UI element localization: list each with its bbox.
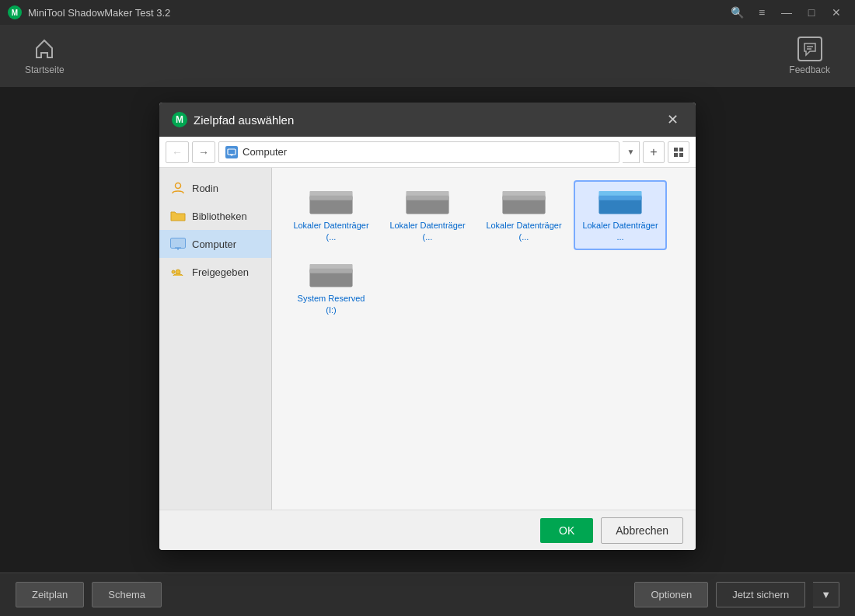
file-item-drive4[interactable]: Lokaler Datenträger ... bbox=[574, 180, 667, 250]
jetzt-sichern-dropdown[interactable]: ▼ bbox=[813, 582, 839, 607]
file-item-drive2[interactable]: Lokaler Datenträger (... bbox=[381, 180, 474, 250]
svg-rect-30 bbox=[309, 264, 352, 269]
svg-rect-27 bbox=[598, 191, 641, 196]
minimize-button[interactable]: — bbox=[776, 5, 797, 20]
dialog-toolbar: ← → Computer ▼ + bbox=[159, 137, 696, 168]
dialog-sidebar: Rodin Bibliotheken bbox=[159, 168, 272, 510]
dialog-icon: M bbox=[172, 112, 187, 127]
dialog-title-left: M Zielpfad auswählen bbox=[172, 112, 294, 127]
svg-rect-6 bbox=[679, 148, 683, 151]
menu-button[interactable]: ≡ bbox=[751, 5, 773, 20]
home-icon bbox=[32, 37, 57, 61]
dialog-overlay: M Zielpfad auswählen ✕ ← → bbox=[0, 87, 855, 572]
address-dropdown-button[interactable]: ▼ bbox=[623, 141, 640, 163]
svg-rect-21 bbox=[406, 191, 448, 196]
dialog: M Zielpfad auswählen ✕ ← → bbox=[159, 103, 696, 550]
svg-rect-24 bbox=[502, 191, 545, 196]
close-button[interactable]: ✕ bbox=[825, 5, 847, 20]
dialog-close-button[interactable]: ✕ bbox=[661, 109, 683, 131]
sidebar-item-rodin[interactable]: Rodin bbox=[159, 174, 271, 202]
content-area: M Zielpfad auswählen ✕ ← → bbox=[0, 87, 855, 572]
sidebar-item-computer[interactable]: Computer bbox=[159, 230, 271, 258]
share-icon bbox=[170, 266, 186, 278]
zeitplan-button[interactable]: Zeitplan bbox=[16, 582, 84, 607]
sidebar-bibliotheken-label: Bibliotheken bbox=[192, 211, 247, 222]
app-title: MiniTool ShadowMaker Test 3.2 bbox=[28, 7, 170, 19]
back-button[interactable]: ← bbox=[166, 141, 189, 163]
svg-rect-5 bbox=[674, 148, 678, 151]
jetzt-sichern-button[interactable]: Jetzt sichern bbox=[716, 582, 805, 607]
svg-point-14 bbox=[176, 270, 180, 274]
title-bar-left: M MiniTool ShadowMaker Test 3.2 bbox=[8, 5, 170, 19]
file-item-drive5[interactable]: System Reserved (I:) bbox=[284, 253, 378, 323]
dialog-body: Rodin Bibliotheken bbox=[159, 168, 696, 510]
file-label-drive5: System Reserved (I:) bbox=[292, 293, 370, 315]
sidebar-rodin-label: Rodin bbox=[192, 183, 218, 194]
user-icon bbox=[170, 182, 186, 194]
svg-point-15 bbox=[172, 270, 175, 273]
feedback-label: Feedback bbox=[789, 64, 830, 75]
address-computer-icon bbox=[225, 146, 238, 158]
sidebar-item-bibliotheken[interactable]: Bibliotheken bbox=[159, 202, 271, 230]
bottom-bar: Zeitplan Schema Optionen Jetzt sichern ▼ bbox=[0, 572, 855, 616]
view-toggle-button[interactable] bbox=[668, 141, 689, 163]
dialog-title: Zielpfad auswählen bbox=[194, 113, 294, 127]
new-folder-button[interactable]: + bbox=[643, 141, 665, 163]
file-label-drive1: Lokaler Datenträger (... bbox=[292, 220, 370, 242]
app-body: Startseite Feedback bbox=[0, 25, 855, 616]
folder-icon bbox=[170, 210, 186, 222]
schema-button[interactable]: Schema bbox=[92, 582, 162, 607]
title-bar-controls: 🔍 ≡ — □ ✕ bbox=[726, 5, 847, 20]
app-logo: M bbox=[8, 5, 22, 19]
bottom-left: Zeitplan Schema bbox=[16, 582, 162, 607]
svg-rect-7 bbox=[674, 153, 678, 157]
address-bar: Computer bbox=[218, 141, 619, 163]
file-label-drive3: Lokaler Datenträger (... bbox=[485, 220, 563, 242]
sidebar-freigegeben-label: Freigegeben bbox=[192, 266, 249, 278]
title-bar: M MiniTool ShadowMaker Test 3.2 🔍 ≡ — □ … bbox=[0, 0, 855, 25]
sidebar-item-freigegeben[interactable]: Freigegeben bbox=[159, 258, 271, 286]
sidebar-computer-label: Computer bbox=[192, 238, 236, 250]
monitor-icon bbox=[170, 238, 186, 250]
svg-rect-11 bbox=[171, 238, 185, 248]
svg-rect-2 bbox=[228, 149, 236, 155]
feedback-icon bbox=[797, 37, 822, 61]
file-label-drive4: Lokaler Datenträger ... bbox=[581, 220, 659, 242]
search-button[interactable]: 🔍 bbox=[726, 5, 748, 20]
dialog-titlebar: M Zielpfad auswählen ✕ bbox=[159, 103, 696, 137]
svg-rect-18 bbox=[309, 191, 352, 196]
bottom-right: Optionen Jetzt sichern ▼ bbox=[634, 582, 839, 607]
cancel-button[interactable]: Abbrechen bbox=[601, 517, 683, 544]
feedback-area[interactable]: Feedback bbox=[780, 30, 839, 82]
file-item-drive1[interactable]: Lokaler Datenträger (... bbox=[284, 180, 378, 250]
dialog-footer: OK Abbrechen bbox=[159, 510, 696, 550]
home-label: Startseite bbox=[25, 64, 65, 75]
dialog-files: Lokaler Datenträger (... Lokaler Datentr… bbox=[272, 168, 696, 510]
svg-rect-8 bbox=[679, 153, 683, 157]
file-label-drive2: Lokaler Datenträger (... bbox=[389, 220, 466, 242]
nav-home[interactable]: Startseite bbox=[16, 30, 74, 82]
file-item-drive3[interactable]: Lokaler Datenträger (... bbox=[477, 180, 571, 250]
address-text: Computer bbox=[243, 146, 287, 158]
forward-button[interactable]: → bbox=[192, 141, 215, 163]
svg-point-9 bbox=[176, 183, 181, 189]
optionen-button[interactable]: Optionen bbox=[634, 582, 708, 607]
ok-button[interactable]: OK bbox=[540, 518, 593, 543]
top-nav: Startseite Feedback bbox=[0, 25, 855, 87]
maximize-button[interactable]: □ bbox=[801, 5, 822, 20]
